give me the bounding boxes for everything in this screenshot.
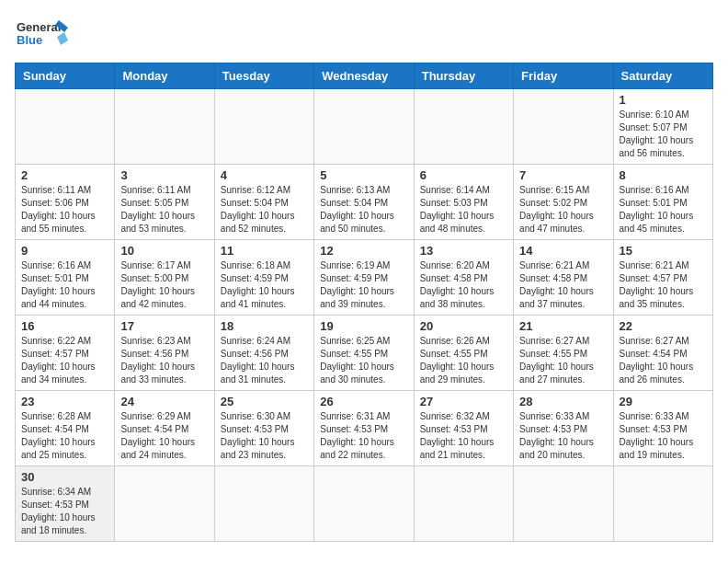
day-number: 19 [320,319,407,333]
calendar-cell: 8Sunrise: 6:16 AM Sunset: 5:01 PM Daylig… [613,165,712,240]
calendar-cell: 18Sunrise: 6:24 AM Sunset: 4:56 PM Dayli… [214,316,313,391]
day-number: 23 [21,395,108,408]
day-number: 9 [21,244,108,258]
calendar-week-row: 9Sunrise: 6:16 AM Sunset: 5:01 PM Daylig… [16,240,713,316]
calendar-header-thursday: Thursday [414,63,513,89]
day-info: Sunrise: 6:15 AM Sunset: 5:02 PM Dayligh… [519,184,607,236]
day-info: Sunrise: 6:10 AM Sunset: 5:07 PM Dayligh… [620,109,707,160]
day-number: 8 [620,168,707,182]
logo-svg: General Blue [15,15,70,55]
calendar-week-row: 16Sunrise: 6:22 AM Sunset: 4:57 PM Dayli… [16,316,713,391]
calendar-cell: 28Sunrise: 6:33 AM Sunset: 4:53 PM Dayli… [514,391,613,466]
day-number: 30 [21,470,108,484]
day-number: 3 [120,168,208,182]
calendar-cell: 14Sunrise: 6:21 AM Sunset: 4:58 PM Dayli… [514,240,613,316]
day-number: 7 [519,168,607,182]
calendar-cell [514,89,613,165]
calendar-cell: 17Sunrise: 6:23 AM Sunset: 4:56 PM Dayli… [115,316,214,391]
day-number: 16 [21,319,108,333]
calendar-cell: 20Sunrise: 6:26 AM Sunset: 4:55 PM Dayli… [414,316,513,391]
day-number: 26 [320,395,407,408]
day-info: Sunrise: 6:28 AM Sunset: 4:54 PM Dayligh… [21,410,108,462]
calendar-header-saturday: Saturday [613,63,712,89]
day-number: 11 [221,244,308,258]
day-number: 27 [420,395,507,408]
day-info: Sunrise: 6:18 AM Sunset: 4:59 PM Dayligh… [221,259,308,311]
calendar-header-row: SundayMondayTuesdayWednesdayThursdayFrid… [16,63,713,89]
day-number: 6 [420,168,507,182]
calendar-cell [414,466,513,542]
calendar-cell: 23Sunrise: 6:28 AM Sunset: 4:54 PM Dayli… [16,391,115,466]
day-info: Sunrise: 6:25 AM Sunset: 4:55 PM Dayligh… [320,335,407,386]
calendar-cell: 24Sunrise: 6:29 AM Sunset: 4:54 PM Dayli… [115,391,214,466]
calendar-cell: 12Sunrise: 6:19 AM Sunset: 4:59 PM Dayli… [314,240,414,316]
day-info: Sunrise: 6:27 AM Sunset: 4:55 PM Dayligh… [519,335,607,386]
day-info: Sunrise: 6:12 AM Sunset: 5:04 PM Dayligh… [221,184,308,236]
day-info: Sunrise: 6:13 AM Sunset: 5:04 PM Dayligh… [320,184,407,236]
day-number: 20 [420,319,507,333]
calendar-cell: 1Sunrise: 6:10 AM Sunset: 5:07 PM Daylig… [613,89,712,165]
calendar-cell: 5Sunrise: 6:13 AM Sunset: 5:04 PM Daylig… [314,165,414,240]
day-number: 15 [620,244,707,258]
calendar-cell: 25Sunrise: 6:30 AM Sunset: 4:53 PM Dayli… [214,391,313,466]
calendar-cell [314,466,414,542]
day-info: Sunrise: 6:11 AM Sunset: 5:06 PM Dayligh… [21,184,108,236]
calendar-week-row: 30Sunrise: 6:34 AM Sunset: 4:53 PM Dayli… [16,466,713,542]
day-number: 21 [519,319,607,333]
calendar-cell: 4Sunrise: 6:12 AM Sunset: 5:04 PM Daylig… [214,165,313,240]
day-number: 17 [120,319,208,333]
day-number: 4 [221,168,308,182]
day-number: 25 [221,395,308,408]
day-number: 1 [620,93,707,107]
day-number: 14 [519,244,607,258]
svg-marker-3 [57,32,68,45]
day-info: Sunrise: 6:11 AM Sunset: 5:05 PM Dayligh… [120,184,208,236]
day-info: Sunrise: 6:32 AM Sunset: 4:53 PM Dayligh… [420,410,507,462]
calendar-cell: 27Sunrise: 6:32 AM Sunset: 4:53 PM Dayli… [414,391,513,466]
calendar-cell: 2Sunrise: 6:11 AM Sunset: 5:06 PM Daylig… [16,165,115,240]
day-number: 24 [120,395,208,408]
calendar-cell: 29Sunrise: 6:33 AM Sunset: 4:53 PM Dayli… [613,391,712,466]
calendar-cell: 16Sunrise: 6:22 AM Sunset: 4:57 PM Dayli… [16,316,115,391]
calendar-cell: 19Sunrise: 6:25 AM Sunset: 4:55 PM Dayli… [314,316,414,391]
calendar-cell: 6Sunrise: 6:14 AM Sunset: 5:03 PM Daylig… [414,165,513,240]
day-info: Sunrise: 6:14 AM Sunset: 5:03 PM Dayligh… [420,184,507,236]
day-info: Sunrise: 6:27 AM Sunset: 4:54 PM Dayligh… [620,335,707,386]
calendar-cell [214,466,313,542]
calendar-header-wednesday: Wednesday [314,63,414,89]
calendar-cell [115,466,214,542]
calendar-cell: 10Sunrise: 6:17 AM Sunset: 5:00 PM Dayli… [115,240,214,316]
day-info: Sunrise: 6:31 AM Sunset: 4:53 PM Dayligh… [320,410,407,462]
day-number: 13 [420,244,507,258]
day-info: Sunrise: 6:19 AM Sunset: 4:59 PM Dayligh… [320,259,407,311]
day-number: 28 [519,395,607,408]
calendar-week-row: 2Sunrise: 6:11 AM Sunset: 5:06 PM Daylig… [16,165,713,240]
calendar-cell: 11Sunrise: 6:18 AM Sunset: 4:59 PM Dayli… [214,240,313,316]
calendar-header-tuesday: Tuesday [214,63,313,89]
day-number: 2 [21,168,108,182]
calendar-header-friday: Friday [514,63,613,89]
calendar-cell: 15Sunrise: 6:21 AM Sunset: 4:57 PM Dayli… [613,240,712,316]
day-info: Sunrise: 6:26 AM Sunset: 4:55 PM Dayligh… [420,335,507,386]
day-info: Sunrise: 6:33 AM Sunset: 4:53 PM Dayligh… [519,410,607,462]
calendar-cell [414,89,513,165]
day-number: 12 [320,244,407,258]
calendar-cell [514,466,613,542]
calendar-header-sunday: Sunday [16,63,115,89]
calendar-week-row: 1Sunrise: 6:10 AM Sunset: 5:07 PM Daylig… [16,89,713,165]
day-info: Sunrise: 6:16 AM Sunset: 5:01 PM Dayligh… [620,184,707,236]
calendar-cell: 13Sunrise: 6:20 AM Sunset: 4:58 PM Dayli… [414,240,513,316]
day-info: Sunrise: 6:33 AM Sunset: 4:53 PM Dayligh… [620,410,707,462]
day-info: Sunrise: 6:30 AM Sunset: 4:53 PM Dayligh… [221,410,308,462]
calendar-cell: 22Sunrise: 6:27 AM Sunset: 4:54 PM Dayli… [613,316,712,391]
day-info: Sunrise: 6:17 AM Sunset: 5:00 PM Dayligh… [120,259,208,311]
calendar-cell: 21Sunrise: 6:27 AM Sunset: 4:55 PM Dayli… [514,316,613,391]
calendar-cell: 26Sunrise: 6:31 AM Sunset: 4:53 PM Dayli… [314,391,414,466]
page-header: General Blue [15,15,713,55]
svg-text:Blue: Blue [17,33,42,47]
day-info: Sunrise: 6:21 AM Sunset: 4:57 PM Dayligh… [620,259,707,311]
calendar-cell [16,89,115,165]
day-info: Sunrise: 6:29 AM Sunset: 4:54 PM Dayligh… [120,410,208,462]
day-number: 5 [320,168,407,182]
calendar-cell [314,89,414,165]
